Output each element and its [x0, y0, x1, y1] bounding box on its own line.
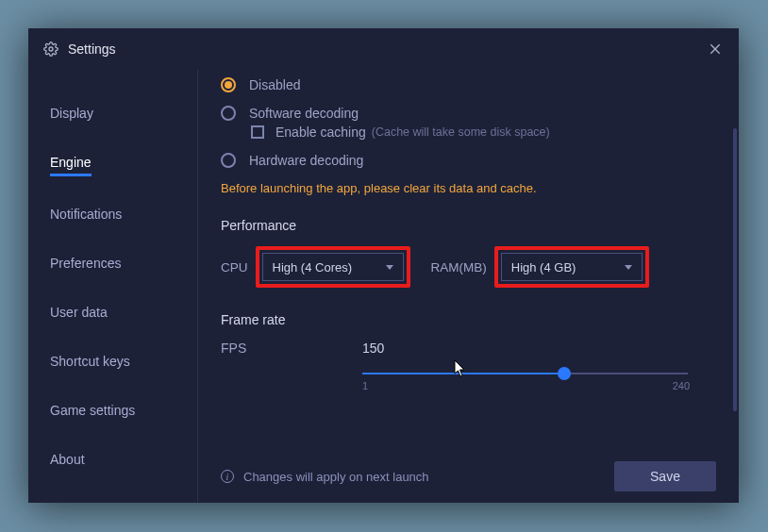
warning-text: Before launching the app, please clear i… [221, 181, 716, 195]
window-title: Settings [68, 42, 707, 57]
save-button-label: Save [650, 469, 680, 484]
radio-icon[interactable] [221, 106, 236, 121]
radio-icon[interactable] [221, 77, 236, 92]
ram-dropdown[interactable]: High (4 GB) [501, 253, 643, 281]
cpu-highlight: High (4 Cores) [256, 246, 410, 288]
fps-row: FPS 150 [221, 341, 716, 356]
settings-window: Settings Display Engine Notifications Pr… [28, 28, 739, 503]
ram-highlight: High (4 GB) [494, 246, 649, 288]
sidebar: Display Engine Notifications Preferences… [28, 70, 198, 503]
slider-fill [362, 373, 564, 374]
save-button[interactable]: Save [614, 461, 716, 491]
performance-row: CPU High (4 Cores) RAM(MB) High (4 GB) [221, 246, 716, 288]
svg-point-0 [49, 47, 53, 51]
cpu-dropdown[interactable]: High (4 Cores) [262, 253, 404, 281]
sidebar-item-notifications[interactable]: Notifications [50, 197, 122, 231]
sidebar-item-preferences[interactable]: Preferences [50, 246, 121, 280]
cpu-dropdown-value: High (4 Cores) [273, 260, 386, 274]
ram-label: RAM(MB) [431, 260, 487, 274]
fps-label: FPS [221, 341, 362, 356]
chevron-down-icon [386, 265, 393, 270]
option-label: Enable caching [275, 125, 366, 140]
chevron-down-icon [625, 265, 632, 270]
frame-rate-title: Frame rate [221, 312, 716, 327]
sidebar-item-about[interactable]: About [50, 442, 85, 476]
cpu-label: CPU [221, 260, 248, 274]
scrollbar[interactable] [733, 128, 737, 411]
slider-min: 1 [362, 380, 368, 391]
gear-icon [43, 42, 58, 57]
close-icon[interactable] [707, 41, 724, 58]
slider-max: 240 [673, 380, 690, 391]
option-hint: (Cache will take some disk space) [372, 125, 550, 139]
slider-thumb[interactable] [558, 367, 571, 380]
option-enable-caching[interactable]: Enable caching (Cache will take some dis… [251, 125, 716, 140]
info-icon [221, 470, 234, 483]
checkbox-icon[interactable] [251, 125, 264, 139]
footer-note: Changes will apply on next launch [243, 470, 429, 484]
slider-track [362, 373, 688, 374]
ram-dropdown-value: High (4 GB) [511, 260, 625, 274]
option-label: Disabled [249, 77, 300, 92]
footer: Changes will apply on next launch Save [221, 450, 716, 503]
performance-title: Performance [221, 218, 716, 233]
option-disabled[interactable]: Disabled [221, 77, 716, 92]
option-hardware-decoding[interactable]: Hardware decoding [221, 153, 716, 168]
sidebar-item-user-data[interactable]: User data [50, 295, 108, 329]
sidebar-item-shortcut-keys[interactable]: Shortcut keys [50, 344, 130, 378]
content-panel: Disabled Software decoding Enable cachin… [198, 70, 739, 503]
radio-icon[interactable] [221, 153, 236, 168]
window-body: Display Engine Notifications Preferences… [28, 70, 739, 503]
sidebar-item-display[interactable]: Display [50, 96, 93, 130]
option-label: Hardware decoding [249, 153, 363, 168]
sidebar-item-engine[interactable]: Engine [50, 145, 92, 176]
option-label: Software decoding [249, 106, 359, 121]
option-software-decoding[interactable]: Software decoding [221, 106, 716, 121]
sidebar-item-game-settings[interactable]: Game settings [50, 393, 135, 427]
fps-slider[interactable]: 1 240 [362, 373, 688, 374]
titlebar: Settings [28, 28, 739, 70]
fps-value: 150 [362, 341, 384, 356]
